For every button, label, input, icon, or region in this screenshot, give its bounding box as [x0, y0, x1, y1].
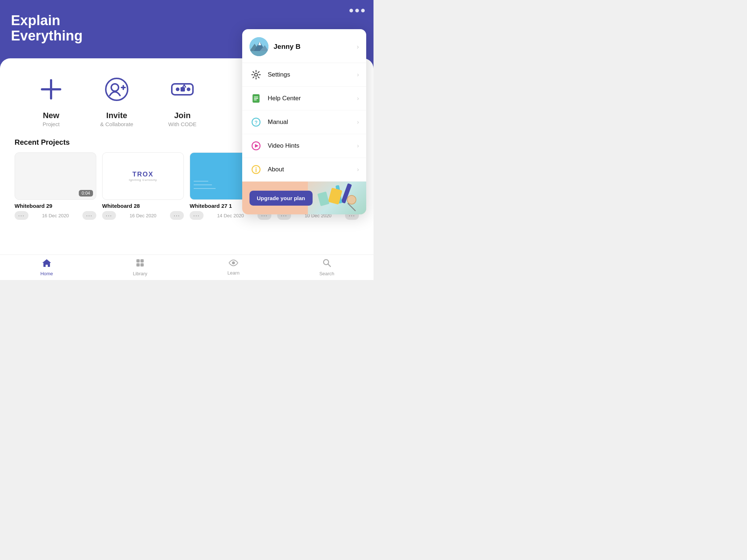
dot3 — [361, 9, 365, 12]
settings-label: Settings — [268, 71, 357, 78]
join-icon — [166, 73, 199, 106]
svg-point-3 — [111, 84, 119, 91]
svg-rect-23 — [140, 259, 144, 262]
nav-home-label: Home — [40, 271, 53, 276]
svg-point-26 — [232, 261, 235, 264]
about-chevron: › — [357, 166, 359, 173]
app-logo: Explain Everything — [11, 13, 82, 44]
svg-rect-53 — [317, 191, 329, 206]
menu-video[interactable]: Video Hints › — [242, 134, 366, 158]
upgrade-decoration — [308, 182, 366, 214]
project-thumb-wb28: TROX Igniting Curiosity — [102, 152, 184, 200]
project-options2-wb29[interactable]: ··· — [82, 211, 96, 220]
svg-point-37 — [255, 73, 258, 76]
project-name-wb29: Whiteboard 29 — [15, 203, 96, 209]
help-label: Help Center — [268, 95, 357, 102]
invite-label: Invite — [106, 111, 127, 120]
invite-button[interactable]: Invite & Collaborate — [95, 73, 139, 127]
house-icon — [42, 258, 51, 269]
header-options[interactable] — [349, 9, 365, 12]
project-options-wb29[interactable]: ··· — [15, 211, 28, 220]
video-label: Video Hints — [268, 142, 357, 149]
nav-home[interactable]: Home — [32, 258, 61, 276]
svg-marker-45 — [255, 144, 259, 148]
dot1 — [349, 9, 353, 12]
trox-sub: Igniting Curiosity — [129, 178, 157, 182]
svg-point-47 — [256, 167, 257, 168]
grid-icon — [136, 258, 144, 269]
nav-learn[interactable]: Learn — [219, 259, 248, 276]
gear-icon — [249, 68, 263, 81]
new-sublabel: Project — [43, 121, 60, 127]
menu-profile[interactable]: Jenny B › — [242, 29, 366, 63]
project-options-wb28[interactable]: ··· — [102, 211, 116, 220]
invite-sublabel: & Collaborate — [100, 121, 133, 127]
menu-help[interactable]: Help Center › — [242, 87, 366, 110]
svg-line-28 — [328, 264, 330, 267]
video-chevron: › — [357, 143, 359, 149]
new-label: New — [43, 111, 59, 120]
project-card-wb28[interactable]: TROX Igniting Curiosity Whiteboard 28 ··… — [102, 152, 184, 220]
svg-rect-21 — [46, 265, 48, 267]
profile-chevron: › — [357, 43, 359, 51]
join-sublabel: With CODE — [168, 121, 197, 127]
manual-chevron: › — [357, 119, 359, 125]
help-chevron: › — [357, 95, 359, 102]
project-date-wb28: 16 Dec 2020 — [129, 213, 156, 218]
book-icon — [249, 92, 263, 105]
menu-settings[interactable]: Settings › — [242, 63, 366, 87]
avatar — [249, 37, 268, 56]
svg-rect-22 — [136, 259, 140, 262]
svg-point-9 — [187, 88, 190, 91]
menu-manual[interactable]: ? Manual › — [242, 110, 366, 134]
project-name-wb28: Whiteboard 28 — [102, 203, 184, 209]
manual-label: Manual — [268, 118, 357, 126]
nav-search-label: Search — [319, 271, 334, 276]
svg-rect-25 — [140, 263, 144, 267]
new-project-icon — [35, 73, 67, 106]
svg-rect-35 — [249, 51, 268, 56]
svg-rect-24 — [136, 263, 140, 267]
svg-point-52 — [347, 195, 356, 204]
play-icon — [249, 139, 263, 152]
new-project-button[interactable]: New Project — [29, 73, 73, 127]
project-card-wb29[interactable]: 0:04 Whiteboard 29 ··· 16 Dec 2020 ··· — [15, 152, 96, 220]
eye-icon — [228, 259, 239, 269]
about-label: About — [268, 166, 357, 173]
invite-icon — [100, 73, 133, 106]
info-icon — [249, 163, 263, 176]
project-options2-wb28[interactable]: ··· — [170, 211, 184, 220]
search-icon — [322, 258, 331, 269]
svg-marker-19 — [42, 259, 51, 263]
upgrade-button[interactable]: Upgrade your plan — [249, 191, 313, 206]
project-options-wb27[interactable]: ··· — [190, 211, 204, 220]
upgrade-banner: Upgrade your plan — [242, 182, 366, 214]
time-badge-wb29: 0:04 — [79, 190, 93, 197]
settings-chevron: › — [357, 71, 359, 78]
project-date-wb27: 14 Dec 2020 — [217, 213, 244, 218]
svg-text:?: ? — [255, 120, 258, 125]
profile-name: Jenny B — [274, 43, 301, 51]
menu-about[interactable]: About › — [242, 158, 366, 182]
svg-point-7 — [176, 88, 179, 91]
nav-library-label: Library — [133, 271, 147, 276]
bottom-nav: Home Library Learn Search — [0, 254, 374, 280]
svg-point-2 — [106, 78, 128, 100]
project-date-wb29: 16 Dec 2020 — [42, 213, 69, 218]
project-thumb-wb29: 0:04 — [15, 152, 96, 200]
join-button[interactable]: Join With CODE — [160, 73, 204, 127]
dot2 — [355, 9, 359, 12]
join-label: Join — [174, 111, 190, 120]
nav-library[interactable]: Library — [125, 258, 155, 276]
nav-learn-label: Learn — [227, 270, 239, 276]
trox-logo: TROX — [129, 171, 157, 178]
nav-search[interactable]: Search — [312, 258, 341, 276]
dropdown-menu: Jenny B › Settings › Help Center › — [242, 29, 366, 214]
svg-rect-8 — [181, 87, 185, 92]
question-icon: ? — [249, 116, 263, 129]
project-date-row-wb28: ··· 16 Dec 2020 ··· — [102, 211, 184, 220]
project-date-row-wb29: ··· 16 Dec 2020 ··· — [15, 211, 96, 220]
